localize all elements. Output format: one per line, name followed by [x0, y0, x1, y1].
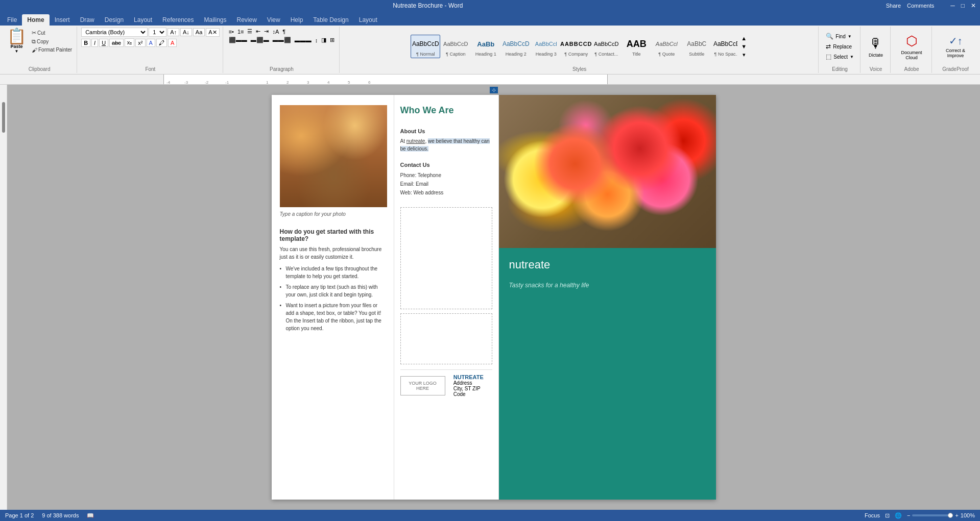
select-button[interactable]: ⬚ Select ▼: [823, 52, 857, 61]
photo-caption[interactable]: Type a caption for your photo: [280, 211, 386, 217]
find-button[interactable]: 🔍 Find ▼: [823, 32, 854, 41]
tab-layout2[interactable]: Layout: [354, 14, 383, 26]
company-info: NUTREATE Address City, ST ZIP Code: [453, 374, 492, 397]
superscript-button[interactable]: x²: [135, 39, 145, 47]
how-to-body: You can use this fresh, professional bro…: [280, 245, 386, 261]
content-placeholder-2: [400, 313, 492, 364]
align-left-button[interactable]: ⬛▬▬: [227, 36, 249, 44]
flower-photo[interactable]: [499, 95, 716, 248]
style-normal[interactable]: AaBbCcD ¶ Normal: [411, 35, 440, 58]
decrease-font-button[interactable]: A↓: [180, 28, 192, 36]
show-marks-button[interactable]: ¶: [281, 28, 287, 35]
align-center-button[interactable]: ▬⬛▬: [249, 36, 271, 44]
highlight-button[interactable]: 🖍: [156, 39, 167, 47]
zoom-in-button[interactable]: +: [955, 512, 958, 518]
style-heading3[interactable]: AaBbCcl Heading 3: [531, 35, 561, 58]
bold-button[interactable]: B: [81, 39, 90, 47]
cut-button[interactable]: ✂ Cut: [30, 29, 74, 37]
paste-button[interactable]: 📋 Paste ▼: [5, 28, 28, 55]
underline-button[interactable]: U: [99, 39, 108, 47]
font-color-button[interactable]: A: [168, 39, 177, 47]
minimize-button[interactable]: ─: [950, 2, 955, 9]
style-heading1[interactable]: AaBb Heading 1: [471, 35, 500, 58]
comments-button[interactable]: Comments: [907, 3, 934, 9]
copy-button[interactable]: ⧉ Copy: [30, 38, 74, 45]
format-painter-button[interactable]: 🖌 Format Painter: [30, 46, 74, 54]
tab-table-design[interactable]: Table Design: [308, 14, 353, 26]
tagline: Tasty snacks for a healthy life: [509, 282, 706, 289]
focus-button[interactable]: Focus: [865, 512, 880, 518]
text-effects-button[interactable]: A: [147, 39, 155, 47]
logo-box[interactable]: YOUR LOGO HERE: [400, 376, 445, 395]
style-quote[interactable]: AaBbCcl ¶ Quote: [652, 35, 681, 58]
align-right-button[interactable]: ▬▬⬛: [271, 36, 293, 44]
style-company[interactable]: AABBCCD ¶ Company: [561, 35, 591, 58]
ribbon: 📋 Paste ▼ ✂ Cut ⧉ Copy 🖌 Format P: [0, 26, 980, 75]
bullet-2: To replace any tip text (such as this) w…: [280, 283, 386, 299]
tab-review[interactable]: Review: [232, 14, 262, 26]
justify-button[interactable]: ▬▬▬: [293, 37, 313, 44]
styles-more[interactable]: ▾: [739, 51, 748, 59]
clipboard-group: 📋 Paste ▼ ✂ Cut ⧉ Copy 🖌 Format P: [2, 27, 77, 73]
clear-format-button[interactable]: A✕: [206, 28, 219, 37]
styles-scroll-down[interactable]: ▼: [739, 43, 748, 50]
replace-button[interactable]: ⇄ Replace: [823, 42, 855, 51]
tab-references[interactable]: References: [157, 14, 199, 26]
style-caption[interactable]: AaBbCcD ¶ Caption: [441, 35, 470, 58]
style-no-spacing[interactable]: AaBbCcD ¶ No Spac...: [712, 35, 737, 58]
close-button[interactable]: ✕: [971, 2, 976, 9]
borders-button[interactable]: ⊞: [328, 36, 336, 44]
font-group: Cambria (Body) 11 A↑ A↓ Aa A✕ B I U abc …: [78, 27, 223, 73]
adobe-label: Adobe: [904, 65, 919, 72]
strikethrough-button[interactable]: abc: [109, 39, 124, 47]
tab-draw[interactable]: Draw: [75, 14, 100, 26]
font-family-select[interactable]: Cambria (Body): [81, 28, 148, 37]
sort-button[interactable]: ↕A: [271, 28, 280, 35]
print-layout-button[interactable]: ⊡: [885, 512, 890, 519]
style-contact[interactable]: AaBbCcD ¶ Contact...: [591, 35, 621, 58]
email-text: Email: Email: [400, 180, 492, 188]
style-heading2[interactable]: AaBbCcD Heading 2: [501, 35, 531, 58]
maximize-button[interactable]: □: [961, 2, 965, 9]
tab-mailings[interactable]: Mailings: [199, 14, 231, 26]
decrease-indent-button[interactable]: ⇤: [254, 28, 262, 35]
document-cloud-button[interactable]: ⬡ Document Cloud: [895, 31, 928, 62]
right-column: nutreate Tasty snacks for a healthy life: [499, 95, 716, 500]
share-button[interactable]: Share: [886, 3, 901, 9]
change-case-button[interactable]: Aa: [193, 28, 205, 36]
about-body: At nutreate, we believe that healthy can…: [400, 137, 492, 153]
tab-layout[interactable]: Layout: [129, 14, 157, 26]
tab-design[interactable]: Design: [100, 14, 129, 26]
kitchen-photo[interactable]: [280, 105, 387, 207]
styles-scroll-up[interactable]: ▲: [739, 35, 748, 42]
tab-file[interactable]: File: [2, 14, 22, 26]
web-layout-button[interactable]: 🌐: [895, 512, 902, 519]
line-spacing-button[interactable]: ↕: [314, 37, 320, 44]
gradeproof-label: GradeProof: [942, 65, 969, 72]
increase-indent-button[interactable]: ⇥: [262, 28, 270, 35]
shading-button[interactable]: ◨: [320, 36, 328, 44]
dictate-button[interactable]: 🎙 Dictate: [865, 34, 887, 60]
table-move-handle[interactable]: ⊹: [490, 87, 498, 93]
document-page: ⊹ Type a caption for your photo How do y…: [272, 95, 716, 500]
font-size-select[interactable]: 11: [149, 28, 166, 37]
increase-font-button[interactable]: A↑: [168, 28, 179, 36]
numbering-button[interactable]: 1≡: [236, 28, 246, 35]
zoom-out-button[interactable]: −: [907, 512, 910, 518]
correct-improve-button[interactable]: ✓↑ Correct & Improve: [936, 33, 975, 60]
tab-insert[interactable]: Insert: [50, 14, 75, 26]
multilevel-list-button[interactable]: ☰: [246, 28, 254, 35]
tab-help[interactable]: Help: [285, 14, 308, 26]
who-we-are-title: Who We Are: [400, 105, 492, 116]
tab-view[interactable]: View: [262, 14, 285, 26]
tab-home[interactable]: Home: [22, 14, 49, 26]
italic-button[interactable]: I: [91, 39, 98, 47]
zoom-slider[interactable]: [912, 514, 953, 516]
style-title[interactable]: AAB Title: [622, 35, 651, 58]
subscript-button[interactable]: x₂: [125, 38, 135, 47]
bullets-button[interactable]: ≡•: [227, 28, 235, 35]
style-subtitle[interactable]: AaBbC Subtitle: [682, 35, 711, 58]
content-placeholder-1: [400, 207, 492, 309]
proofing-icon[interactable]: 📖: [87, 512, 94, 519]
canvas-area[interactable]: ⊹ Type a caption for your photo How do y…: [7, 85, 980, 510]
